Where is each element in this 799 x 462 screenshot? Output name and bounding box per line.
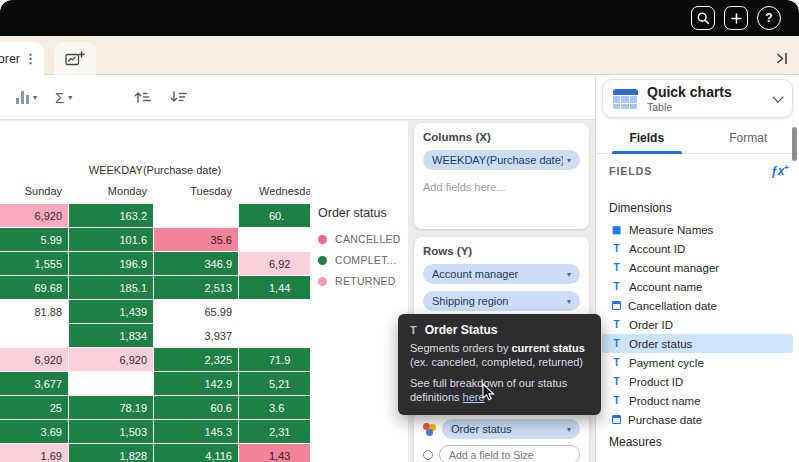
table-cell[interactable]: 145.3 [154,420,238,443]
table-cell[interactable] [239,324,310,347]
field-item-account-manager[interactable]: TAccount manager [602,258,793,277]
size-field-input[interactable] [439,445,580,462]
sort-ascending-button[interactable] [134,90,152,104]
chevron-down-icon[interactable]: ▾ [567,425,571,434]
field-item-account-name[interactable]: TAccount name [602,277,793,296]
chevron-down-icon[interactable]: ▾ [567,156,571,165]
table-cell[interactable]: 1,439 [69,300,153,323]
pill-shipping-region[interactable]: Shipping region ▾ [423,291,580,311]
table-cell[interactable] [154,204,238,227]
legend-label: CANCELLED [335,233,401,245]
chevron-down-icon[interactable]: ▾ [567,297,571,306]
table-cell[interactable] [239,300,310,323]
table-cell[interactable]: 1,43 [239,444,310,462]
field-item-order-status[interactable]: TOrder status [602,334,793,353]
pill-weekday-purchase-date[interactable]: WEEKDAY(Purchase date) ▾ [423,150,580,170]
table-cell[interactable]: 5.99 [0,228,68,251]
table-cell[interactable]: 4,116 [154,444,238,462]
tab-fields[interactable]: Fields [596,124,698,153]
table-cell[interactable]: 142.9 [154,372,238,395]
table-cell[interactable]: 1,828 [69,444,153,462]
grid-icon: ▦ [611,224,622,235]
table-cell[interactable]: 78.19 [69,396,153,419]
table-cell[interactable]: 1.69 [0,444,68,462]
table-cell[interactable]: 2,513 [154,276,238,299]
table-cell[interactable]: 163.2 [69,204,153,227]
table-cell[interactable]: 69.68 [0,276,68,299]
text-field-icon: T [611,262,622,273]
table-cell[interactable]: 185.1 [69,276,153,299]
columns-shelf-card: Columns (X) WEEKDAY(Purchase date) ▾ Add… [414,123,589,229]
legend-item[interactable]: CANCELLED [318,233,401,245]
table-cell[interactable]: 1,834 [69,324,153,347]
table-cell[interactable]: 6,920 [0,348,68,371]
table-cell[interactable] [0,324,68,347]
quick-charts-selector[interactable]: Quick charts Table [602,79,793,118]
new-worksheet-tab[interactable] [54,42,96,75]
table-cell[interactable]: 101.6 [69,228,153,251]
table-cell[interactable]: 6,92 [239,252,310,275]
table-cell[interactable]: 60. [239,204,310,227]
table-cell[interactable]: 1,555 [0,252,68,275]
table-cell[interactable]: 60.6 [154,396,238,419]
table-cell[interactable] [239,228,310,251]
table-cell[interactable]: 2,325 [154,348,238,371]
table-cell[interactable]: 196.9 [69,252,153,275]
field-item-product-id[interactable]: TProduct ID [602,372,793,391]
field-label: Purchase date [628,414,702,426]
table-cell[interactable]: 3,937 [154,324,238,347]
field-item-order-id[interactable]: TOrder ID [602,315,793,334]
table-cell[interactable]: 5,21 [239,372,310,395]
pill-label: Order status [451,423,512,435]
table-cell[interactable]: 6,920 [69,348,153,371]
field-item-account-id[interactable]: TAccount ID [602,239,793,258]
table-cell[interactable]: 1,503 [69,420,153,443]
tab-menu-icon[interactable]: ⋮ [21,51,40,66]
tab-explorer[interactable]: Explorer ⋮ [0,42,44,75]
help-button[interactable]: ? [757,6,781,30]
table-cell[interactable]: 71.9 [239,348,310,371]
chart-type-button[interactable]: ▾ [16,91,37,104]
column-header-monday[interactable]: Monday [69,185,153,201]
field-label: Account ID [629,243,685,255]
table-cell[interactable]: 81.88 [0,300,68,323]
table-cell[interactable]: 2,31 [239,420,310,443]
add-button[interactable] [724,6,748,30]
tab-format[interactable]: Format [698,124,799,153]
table-cell[interactable] [69,372,153,395]
legend-item[interactable]: COMPLET... [318,254,401,266]
field-item-cancellation-date[interactable]: Cancellation date [602,296,793,315]
table-cell[interactable]: 25 [0,396,68,419]
column-header-tuesday[interactable]: Tuesday [154,185,238,201]
column-header-sunday[interactable]: Sunday [0,185,68,201]
help-icon: ? [765,11,772,25]
pill-account-manager[interactable]: Account manager ▾ [423,264,580,284]
legend-item[interactable]: RETURNED [318,275,401,287]
expand-panel-button[interactable] [770,47,792,69]
columns-drop-hint[interactable]: Add fields here... [423,181,580,193]
field-item-measure-names[interactable]: ▦Measure Names [602,220,793,239]
table-cell[interactable]: 1,44 [239,276,310,299]
tooltip-text: Segments orders by [410,342,512,354]
table-cell[interactable]: 3.69 [0,420,68,443]
aggregation-button[interactable]: Σ ▾ [55,89,72,106]
field-item-payment-cycle[interactable]: TPayment cycle [602,353,793,372]
table-cell[interactable]: 346.9 [154,252,238,275]
legend-label: COMPLET... [335,254,396,266]
table-cell[interactable]: 3,677 [0,372,68,395]
table-cell[interactable]: 6,920 [0,204,68,227]
chevron-down-icon[interactable]: ▾ [567,270,571,279]
legend-swatch-icon [318,277,327,286]
field-item-purchase-date[interactable]: Purchase date [602,410,793,429]
table-cell[interactable]: 35.6 [154,228,238,251]
scrollbar-thumb[interactable] [792,127,797,161]
pill-order-status[interactable]: Order status ▾ [442,419,580,439]
table-cell[interactable]: 65.99 [154,300,238,323]
table-cell[interactable]: 3.6 [239,396,310,419]
column-header-wednesday[interactable]: Wednesday [239,185,310,201]
search-button[interactable] [691,6,715,30]
field-item-product-name[interactable]: TProduct name [602,391,793,410]
sort-descending-button[interactable] [170,90,188,104]
create-calculation-button[interactable]: ƒx+ [771,163,789,178]
field-label: Account manager [629,262,719,274]
